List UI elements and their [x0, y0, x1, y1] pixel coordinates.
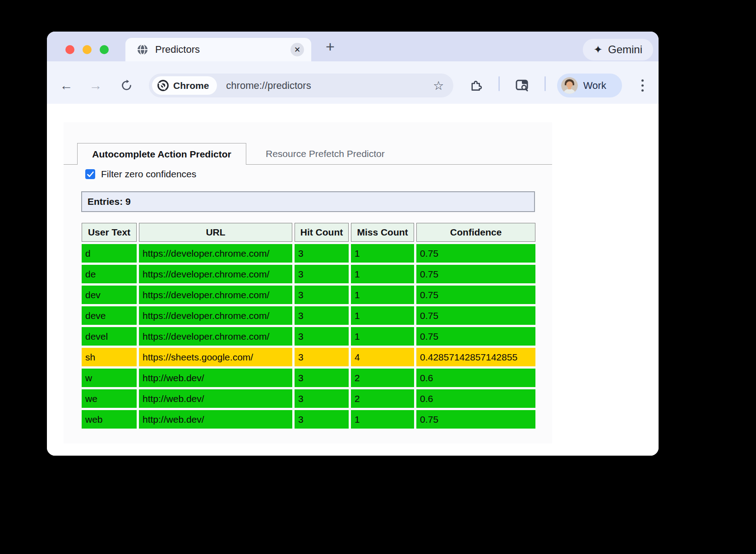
tab-autocomplete-action-predictor[interactable]: Autocomplete Action Predictor [77, 143, 246, 165]
site-chip-label: Chrome [173, 80, 209, 91]
zoom-window-button[interactable] [100, 45, 109, 54]
toolbar-divider [498, 76, 500, 91]
toolbar-divider [544, 76, 546, 91]
table-row: wehttp://web.dev/320.6 [82, 389, 535, 408]
table-row: shhttps://sheets.google.com/340.42857142… [82, 348, 535, 366]
close-window-button[interactable] [65, 45, 74, 54]
predictors-table: User TextURLHit CountMiss CountConfidenc… [79, 221, 538, 431]
table-cell-url: http://web.dev/ [139, 389, 292, 408]
table-cell-confidence: 0.42857142857142855 [416, 348, 535, 366]
tab-resource-prefetch-predictor[interactable]: Resource Prefetch Predictor [256, 143, 395, 164]
back-button[interactable]: ← [58, 77, 75, 94]
entries-count: Entries: 9 [81, 191, 535, 212]
table-cell-user_text: devel [82, 327, 137, 346]
globe-icon [137, 44, 148, 55]
table-cell-confidence: 0.75 [416, 306, 535, 325]
address-bar[interactable]: Chrome chrome://predictors ☆ [149, 74, 453, 97]
table-cell-miss_count: 4 [351, 348, 414, 366]
site-chip[interactable]: Chrome [152, 76, 217, 95]
table-cell-hit_count: 3 [295, 348, 349, 366]
table-cell-confidence: 0.75 [416, 286, 535, 304]
table-cell-hit_count: 3 [295, 327, 349, 346]
table-cell-miss_count: 1 [351, 306, 414, 325]
table-cell-url: http://web.dev/ [139, 410, 292, 429]
menu-dot [641, 89, 644, 92]
table-row: devhttps://developer.chrome.com/310.75 [82, 286, 535, 304]
table-cell-url: https://developer.chrome.com/ [139, 327, 292, 346]
table-cell-user_text: sh [82, 348, 137, 366]
table-cell-user_text: w [82, 369, 137, 387]
chrome-logo-icon [157, 80, 169, 91]
forward-button[interactable]: → [87, 77, 104, 94]
table-cell-confidence: 0.6 [416, 369, 535, 387]
screenshot-canvas: Predictors ✕ + ✦ Gemini ← → [0, 0, 756, 554]
table-cell-url: https://developer.chrome.com/ [139, 286, 292, 304]
tab-title: Predictors [155, 44, 290, 55]
table-cell-confidence: 0.75 [416, 327, 535, 346]
table-cell-user_text: dev [82, 286, 137, 304]
minimize-window-button[interactable] [83, 45, 92, 54]
gemini-label: Gemini [608, 43, 642, 56]
window-search-icon [515, 78, 529, 92]
table-row: dehttps://developer.chrome.com/310.75 [82, 265, 535, 283]
predictors-table-body: dhttps://developer.chrome.com/310.75deht… [82, 244, 535, 429]
table-cell-miss_count: 1 [351, 410, 414, 429]
table-cell-miss_count: 1 [351, 286, 414, 304]
table-cell-hit_count: 3 [295, 389, 349, 408]
menu-dot [641, 79, 644, 82]
column-header: URL [139, 223, 292, 242]
table-row: devehttps://developer.chrome.com/310.75 [82, 306, 535, 325]
table-cell-user_text: web [82, 410, 137, 429]
table-cell-confidence: 0.6 [416, 389, 535, 408]
table-cell-confidence: 0.75 [416, 265, 535, 283]
table-cell-user_text: deve [82, 306, 137, 325]
reload-button[interactable] [118, 77, 135, 94]
gemini-button[interactable]: ✦ Gemini [583, 39, 653, 60]
table-cell-url: https://sheets.google.com/ [139, 348, 292, 366]
table-cell-miss_count: 1 [351, 244, 414, 263]
table-cell-miss_count: 1 [351, 327, 414, 346]
browser-menu-button[interactable] [633, 76, 651, 94]
new-tab-button[interactable]: + [320, 37, 340, 56]
table-cell-miss_count: 1 [351, 265, 414, 283]
tab-search-button[interactable] [513, 76, 531, 94]
table-cell-hit_count: 3 [295, 286, 349, 304]
table-cell-url: https://developer.chrome.com/ [139, 306, 292, 325]
bookmark-star-icon[interactable]: ☆ [432, 79, 445, 92]
tab-close-icon[interactable]: ✕ [290, 43, 304, 56]
filter-row: Filter zero confidences [85, 169, 196, 180]
table-cell-confidence: 0.75 [416, 244, 535, 263]
extensions-button[interactable] [467, 76, 485, 94]
profile-button[interactable]: Work [557, 74, 622, 97]
browser-window: Predictors ✕ + ✦ Gemini ← → [47, 32, 659, 456]
table-cell-hit_count: 3 [295, 265, 349, 283]
column-header: Confidence [416, 223, 535, 242]
tab-strip: Predictors ✕ + ✦ Gemini [47, 32, 659, 61]
filter-zero-confidences-checkbox[interactable] [85, 169, 95, 179]
table-cell-confidence: 0.75 [416, 410, 535, 429]
table-row: whttp://web.dev/320.6 [82, 369, 535, 387]
table-row: webhttp://web.dev/310.75 [82, 410, 535, 429]
column-header: User Text [82, 223, 137, 242]
table-row: develhttps://developer.chrome.com/310.75 [82, 327, 535, 346]
browser-toolbar: ← → C [47, 61, 659, 104]
table-cell-miss_count: 2 [351, 369, 414, 387]
url-text[interactable]: chrome://predictors [226, 80, 432, 92]
table-cell-miss_count: 2 [351, 389, 414, 408]
table-cell-user_text: we [82, 389, 137, 408]
table-cell-user_text: d [82, 244, 137, 263]
browser-tab-predictors[interactable]: Predictors ✕ [125, 38, 311, 61]
predictors-content: Autocomplete Action Predictor Resource P… [64, 122, 552, 443]
table-row: dhttps://developer.chrome.com/310.75 [82, 244, 535, 263]
puzzle-icon [469, 78, 484, 92]
table-header-row: User TextURLHit CountMiss CountConfidenc… [82, 223, 535, 242]
table-cell-user_text: de [82, 265, 137, 283]
sparkle-icon: ✦ [594, 44, 603, 55]
table-cell-url: http://web.dev/ [139, 369, 292, 387]
table-cell-hit_count: 3 [295, 410, 349, 429]
table-cell-hit_count: 3 [295, 306, 349, 325]
filter-checkbox-label[interactable]: Filter zero confidences [101, 169, 196, 180]
page-area: Autocomplete Action Predictor Resource P… [47, 104, 659, 456]
table-cell-hit_count: 3 [295, 244, 349, 263]
avatar [561, 77, 578, 94]
